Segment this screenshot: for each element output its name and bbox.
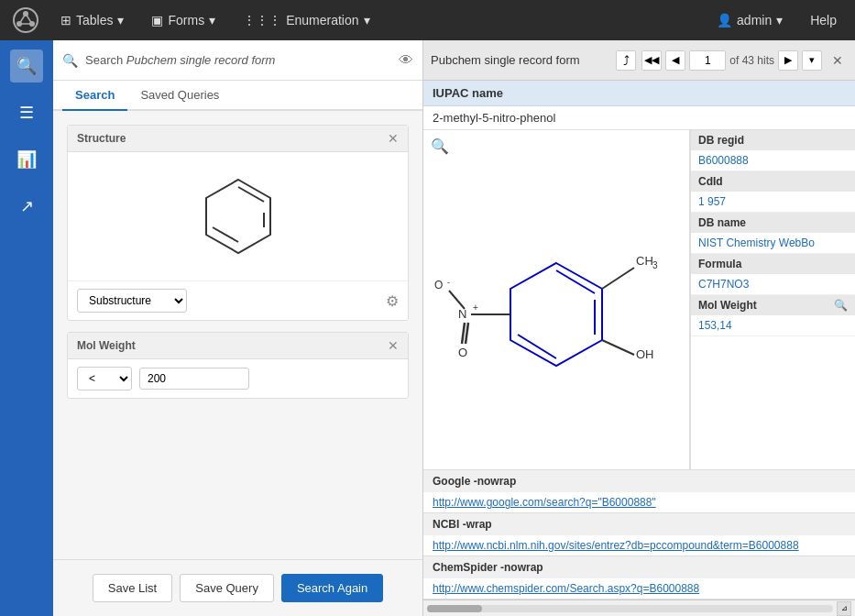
prop-value-cdid: 1 957 xyxy=(691,192,855,212)
sidebar-menu-icon[interactable]: ☰ xyxy=(10,96,43,129)
prop-label-molweight: Mol Weight 🔍 xyxy=(691,295,855,315)
structure-filter-close[interactable]: ✕ xyxy=(388,131,399,146)
svg-text:N: N xyxy=(458,307,466,321)
svg-line-15 xyxy=(602,268,634,289)
help-link[interactable]: Help xyxy=(801,9,846,31)
enumeration-chevron: ▾ xyxy=(364,13,370,28)
substructure-dropdown[interactable]: Substructure Exact Similarity xyxy=(77,289,187,313)
svg-line-18 xyxy=(602,340,634,355)
forms-label: Forms xyxy=(168,13,204,28)
left-sidebar: 🔍 ☰ 📊 ↗ xyxy=(0,40,53,616)
form-close-button[interactable]: ✕ xyxy=(828,50,848,71)
iupac-label: IUPAC name xyxy=(423,81,855,106)
structure-filter-box: Structure ✕ Substruc xyxy=(67,125,409,321)
enumeration-icon: ⋮⋮⋮ xyxy=(243,13,281,28)
form-header: Pubchem single record form ⤴ ◀◀ ◀ of 43 … xyxy=(423,40,855,81)
form-panel: Pubchem single record form ⤴ ◀◀ ◀ of 43 … xyxy=(423,40,855,616)
top-nav: ⊞ Tables ▾ ▣ Forms ▾ ⋮⋮⋮ Enumeration ▾ 👤… xyxy=(0,0,855,40)
svg-text:CH: CH xyxy=(636,254,653,268)
link-group-ncbi: NCBI -wrap http://www.ncbi.nlm.nih.gov/s… xyxy=(423,513,855,556)
link-google-url[interactable]: http://www.google.com/search?q="B6000888… xyxy=(423,492,855,512)
nav-hits-text: of 43 hits xyxy=(729,54,774,67)
molweight-filter-header: Mol Weight ✕ xyxy=(68,333,408,359)
prop-label-dbregid: DB regid xyxy=(691,130,855,150)
tab-saved-queries[interactable]: Saved Queries xyxy=(127,81,232,111)
link-chemspider-url[interactable]: http://www.chemspider.com/Search.aspx?q=… xyxy=(423,578,855,599)
main-area: 🔍 Search Pubchem single record form 👁 Se… xyxy=(53,40,855,616)
nav-prev-button[interactable]: ◀ xyxy=(665,50,685,71)
svg-text:-: - xyxy=(447,278,450,287)
search-again-button[interactable]: Search Again xyxy=(281,574,383,602)
tables-menu[interactable]: ⊞ Tables ▾ xyxy=(51,9,133,31)
link-group-chemspider: ChemSpider -nowrap http://www.chemspider… xyxy=(423,556,855,600)
app-logo xyxy=(9,4,42,37)
prop-value-formula: C7H7NO3 xyxy=(691,274,855,294)
nav-page-input[interactable] xyxy=(689,50,726,71)
molecule-area: 🔍 CH 3 xyxy=(423,130,690,469)
molecule-search-icon[interactable]: 🔍 xyxy=(431,138,449,155)
bottom-scrollbar[interactable]: ⊿ xyxy=(423,600,855,616)
molweight-operator-dropdown[interactable]: < > = <= >= xyxy=(77,367,132,390)
admin-label: admin xyxy=(737,13,772,28)
save-query-button[interactable]: Save Query xyxy=(180,574,274,602)
search-icon-small: 🔍 xyxy=(62,53,78,68)
nav-dropdown-button[interactable]: ▾ xyxy=(802,50,822,71)
properties-table: DB regid B6000888 CdId 1 957 DB name NIS… xyxy=(690,130,855,469)
form-body: 🔍 CH 3 xyxy=(423,130,855,469)
molweight-search-icon[interactable]: 🔍 xyxy=(834,299,848,312)
molweight-filter-title: Mol Weight xyxy=(77,339,136,352)
sidebar-chart-icon[interactable]: 📊 xyxy=(10,143,43,176)
forms-icon: ▣ xyxy=(151,13,163,28)
prop-row-dbname: DB name NIST Chemistry WebBo xyxy=(691,213,855,254)
form-title: Pubchem single record form xyxy=(431,53,610,67)
prop-row-dbregid: DB regid B6000888 xyxy=(691,130,855,171)
link-group-google: Google -nowrap http://www.google.com/sea… xyxy=(423,470,855,513)
molweight-controls: < > = <= >= xyxy=(68,359,408,398)
structure-filter-title: Structure xyxy=(77,132,126,145)
prop-row-molweight: Mol Weight 🔍 153,14 xyxy=(691,295,855,336)
iupac-value: 2-methyl-5-nitro-phenol xyxy=(423,106,855,130)
prop-label-cdid: CdId xyxy=(691,171,855,192)
search-panel: 🔍 Search Pubchem single record form 👁 Se… xyxy=(53,40,423,616)
search-tabs: Search Saved Queries xyxy=(53,81,422,111)
search-body: Structure ✕ Substruc xyxy=(53,111,422,559)
enumeration-label: Enumeration xyxy=(286,13,358,28)
scroll-track xyxy=(427,605,833,612)
svg-text:O: O xyxy=(434,279,443,292)
sidebar-export-icon[interactable]: ↗ xyxy=(10,190,43,223)
svg-line-5 xyxy=(19,14,26,24)
forms-menu[interactable]: ▣ Forms ▾ xyxy=(142,9,225,31)
link-ncbi-url[interactable]: http://www.ncbi.nlm.nih.gov/sites/entrez… xyxy=(423,535,855,556)
share-button[interactable]: ⤴ xyxy=(616,50,636,71)
toggle-visibility-icon[interactable]: 👁 xyxy=(399,52,413,69)
scroll-corner: ⊿ xyxy=(837,601,851,616)
save-list-button[interactable]: Save List xyxy=(93,574,172,602)
prop-value-dbname: NIST Chemistry WebBo xyxy=(691,233,855,253)
nav-first-button[interactable]: ◀◀ xyxy=(641,50,662,71)
svg-text:3: 3 xyxy=(652,260,658,270)
link-group-google-header: Google -nowrap xyxy=(423,470,855,492)
svg-text:O: O xyxy=(458,346,467,359)
molweight-value-input[interactable] xyxy=(139,368,249,390)
molecule-svg: CH 3 OH N O - O xyxy=(433,199,680,401)
prop-row-formula: Formula C7H7NO3 xyxy=(691,254,855,295)
molweight-filter-box: Mol Weight ✕ < > = <= >= xyxy=(67,332,409,399)
svg-line-25 xyxy=(462,323,465,344)
prop-value-molweight: 153,14 xyxy=(691,315,855,336)
enumeration-menu[interactable]: ⋮⋮⋮ Enumeration ▾ xyxy=(234,9,378,31)
molweight-filter-close[interactable]: ✕ xyxy=(388,338,399,353)
structure-settings-icon[interactable]: ⚙ xyxy=(386,292,399,310)
admin-menu[interactable]: 👤 admin ▾ xyxy=(707,9,792,31)
scroll-thumb[interactable] xyxy=(427,605,482,612)
sidebar-search-icon[interactable]: 🔍 xyxy=(10,50,43,82)
nav-next-button[interactable]: ▶ xyxy=(778,50,798,71)
structure-drawing[interactable] xyxy=(68,152,408,280)
prop-row-cdid: CdId 1 957 xyxy=(691,171,855,213)
svg-marker-11 xyxy=(510,263,602,366)
forms-chevron: ▾ xyxy=(209,13,215,28)
link-group-chemspider-header: ChemSpider -nowrap xyxy=(423,556,855,578)
tab-search[interactable]: Search xyxy=(62,81,127,111)
admin-chevron: ▾ xyxy=(776,13,783,28)
svg-text:+: + xyxy=(473,302,478,313)
prop-label-dbname: DB name xyxy=(691,213,855,233)
